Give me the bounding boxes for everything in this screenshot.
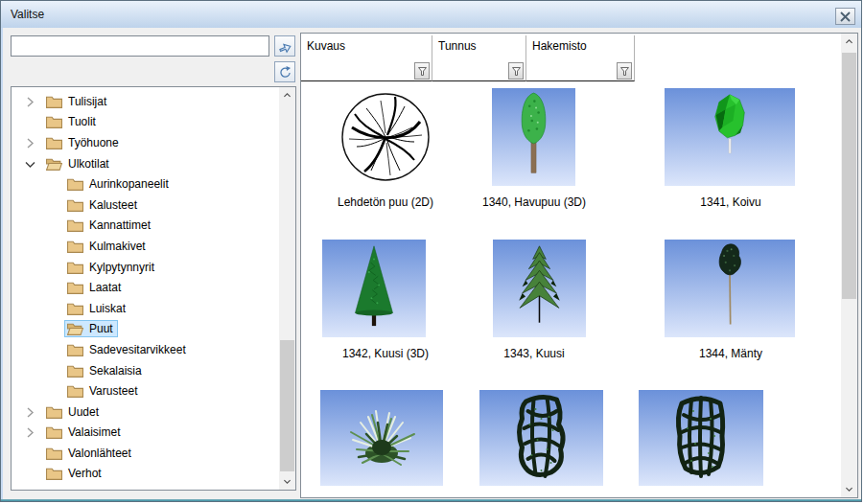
grid-item-mesh-shrub-round[interactable] [639,390,763,486]
tree-item-tuolit[interactable]: Tuolit [12,112,278,133]
folder-icon [46,447,62,460]
tree-item-laatat[interactable]: Laatat [12,277,278,298]
grid-item-label: 1342, Kuusi (3D) [311,347,460,361]
thumbnail-dark-mesh-shrub [479,390,603,486]
thumbnail-pine-tall-trunk [665,240,795,337]
filter-button-kuvaus[interactable] [414,62,430,80]
thumbnail-spiky-bush [320,390,443,486]
tree-item-kulmakivet[interactable]: Kulmakivet [12,236,278,257]
thumbnail-conifer-3d [492,88,575,186]
close-button[interactable] [835,8,855,25]
select-dialog: Valitse Tulisijat Tuolit [0,0,862,502]
tree-item-puut[interactable]: Puut [12,319,278,340]
folder-icon [46,95,62,108]
chevron-spacer [43,321,64,336]
tree-item-aurinkopaneelit[interactable]: Aurinkopaneelit [12,173,278,195]
filter-button-hakemisto[interactable] [617,62,632,80]
filter-icon [619,66,630,77]
tree-item-kannattimet[interactable]: Kannattimet [12,216,278,237]
grid-item-label: 1344, Mänty [656,347,806,361]
grid-item-1341-koivu[interactable] [665,88,795,186]
chevron-spacer [43,363,64,378]
tree-rows: Tulisijat Tuolit Työhuone Ulkotilat Auri… [12,91,278,484]
tree-item-kylpytynnyrit[interactable]: Kylpytynnyrit [12,257,278,278]
folder-icon [46,115,62,128]
tree-item-kalusteet[interactable]: Kalusteet [12,195,278,216]
chevron-spacer [43,218,64,233]
chevron-down-icon [844,484,854,494]
chevron-right-icon[interactable] [22,94,43,109]
folder-icon [67,364,83,378]
thumbnail-dark-mesh-shrub-round [639,390,763,486]
grid-item-label: 1343, Kuusi [459,347,609,361]
filter-icon [511,66,522,77]
results-scrollbar[interactable] [841,34,857,497]
tree-item-luiskat[interactable]: Luiskat [12,298,278,319]
tree-scrollbar[interactable] [279,87,295,490]
grid-item-1343-kuusi[interactable] [493,240,586,337]
folder-icon [67,343,83,356]
tree-item-valonlahteet[interactable]: Valonlähteet [12,443,278,464]
scrollbar-thumb[interactable] [842,53,856,299]
folder-icon [46,425,62,439]
grid-item-1340-havupuu[interactable] [492,88,575,186]
scroll-up-button[interactable] [279,87,295,103]
chevron-down-icon [282,476,292,487]
grid-item-spiky-bush[interactable] [320,390,443,486]
chevron-right-icon[interactable] [22,404,43,420]
folder-icon [67,198,83,212]
selected-tree-item[interactable]: Puut [64,320,118,337]
tree-item-uudet[interactable]: Uudet [12,401,278,423]
tree-item-tulisijat[interactable]: Tulisijat [12,91,278,112]
grid-item-mesh-shrub[interactable] [479,390,603,486]
tree-item-verhot[interactable]: Verhot [12,464,278,485]
grid-item-1344-manty[interactable] [665,240,795,337]
folder-tree: Tulisijat Tuolit Työhuone Ulkotilat Auri… [11,86,296,491]
folder-icon [67,240,83,253]
tree-item-sekalaisia[interactable]: Sekalaisia [12,360,278,381]
chevron-down-icon[interactable] [22,156,43,172]
column-header-kuvaus[interactable]: Kuvaus [301,35,432,81]
folder-icon [67,218,83,232]
scroll-down-button[interactable] [279,473,295,490]
open-folder-icon [46,157,62,171]
tree-item-valaisimet[interactable]: Valaisimet [12,423,278,444]
dialog-content: Tulisijat Tuolit Työhuone Ulkotilat Auri… [3,28,861,499]
window-title: Valitse [11,8,44,21]
tree-item-tyohuone[interactable]: Työhuone [12,132,278,153]
refresh-button[interactable] [274,61,295,82]
tree-item-varusteet[interactable]: Varusteet [12,380,278,401]
filter-button-tunnus[interactable] [508,62,524,80]
folder-icon [46,467,62,480]
filter-icon [417,66,428,77]
scroll-down-button[interactable] [841,481,857,497]
folder-icon [67,261,83,274]
chevron-right-icon[interactable] [22,424,43,440]
grid-item-label: 1340, Havupuu (3D) [459,195,609,210]
folder-icon [67,177,83,191]
tree-item-ulkotilat[interactable]: Ulkotilat [12,153,278,174]
search-input[interactable] [11,35,269,57]
scrollbar-thumb[interactable] [280,340,294,471]
column-headers: Kuvaus Tunnus Hakemisto [301,35,635,81]
chevron-spacer [43,260,64,275]
scroll-up-button[interactable] [841,34,857,50]
column-header-tunnus[interactable]: Tunnus [432,35,526,81]
grid-item-label: Lehdetön puu (2D) [311,195,460,210]
chevron-up-icon [844,36,854,47]
arrow-right-icon [277,38,293,55]
folder-icon [67,302,83,315]
refresh-icon [278,65,292,80]
grid-item-1342-kuusi-3d[interactable] [322,240,426,337]
chevron-spacer [43,301,64,316]
grid-item-lehdeton-puu[interactable] [338,88,433,186]
thumbnail-spruce-branched [493,240,586,337]
title-bar[interactable]: Valitse [1,1,861,28]
search-go-button[interactable] [274,35,295,57]
tree-item-sadevesitarvikkeet[interactable]: Sadevesitarvikkeet [12,339,278,360]
chevron-spacer [22,114,43,129]
chevron-right-icon[interactable] [22,135,43,150]
column-header-hakemisto[interactable]: Hakemisto [526,35,635,81]
chevron-spacer [43,342,64,357]
chevron-spacer [43,280,64,295]
